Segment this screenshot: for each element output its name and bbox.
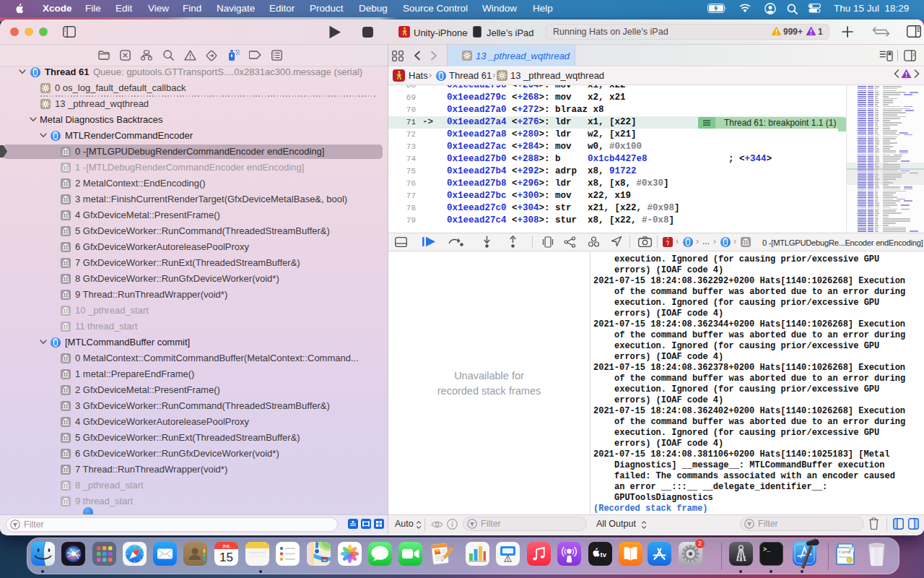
svg-text:tv: tv (601, 551, 607, 558)
svg-text:>_: >_ (763, 546, 771, 553)
svg-text:15: 15 (219, 551, 233, 564)
svg-text:JUL: JUL (222, 544, 231, 548)
svg-text:Certif: Certif (839, 549, 851, 555)
svg-text:380: 380 (322, 558, 327, 562)
